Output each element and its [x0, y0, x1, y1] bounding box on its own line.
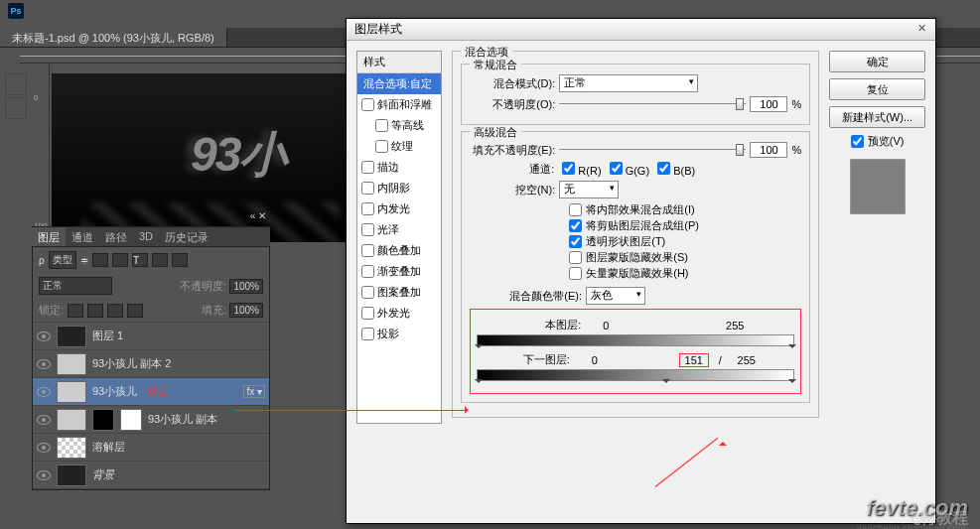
layer-row-selected[interactable]: 93小孩儿 双击 fx ▾ — [33, 378, 269, 406]
style-pattern-overlay[interactable]: 图案叠加 — [357, 282, 441, 303]
tab-channels[interactable]: 通道 — [66, 227, 99, 246]
white-stop[interactable] — [788, 379, 796, 387]
opacity-input[interactable] — [750, 96, 787, 112]
filter-smart-icon[interactable] — [172, 253, 188, 267]
panel-close-icon[interactable]: « ✕ — [250, 210, 266, 221]
preview-checkbox[interactable] — [851, 135, 864, 148]
style-checkbox[interactable] — [375, 140, 388, 153]
blend-mode-select[interactable]: 正常 — [559, 74, 698, 92]
filter-type-icon[interactable]: T — [132, 253, 148, 267]
style-gradient-overlay[interactable]: 渐变叠加 — [357, 261, 441, 282]
layer-thumbnail[interactable] — [57, 464, 86, 486]
close-icon[interactable]: ✕ — [913, 22, 929, 36]
style-color-overlay[interactable]: 颜色叠加 — [357, 240, 441, 261]
blending-options-row[interactable]: 混合选项:自定 — [357, 73, 441, 94]
visibility-icon[interactable] — [37, 470, 51, 480]
fx-indicator[interactable]: fx ▾ — [243, 385, 265, 398]
style-checkbox[interactable] — [361, 328, 374, 340]
channel-g-checkbox[interactable] — [610, 162, 623, 175]
visibility-icon[interactable] — [37, 359, 51, 369]
layer-name[interactable]: 背景 — [92, 467, 114, 482]
canvas[interactable]: 93小 — [52, 73, 350, 242]
layer-filter-select[interactable]: 类型 — [49, 251, 76, 269]
tab-history[interactable]: 历史记录 — [159, 227, 214, 246]
new-style-button[interactable]: 新建样式(W)... — [829, 106, 925, 128]
filter-pixel-icon[interactable] — [92, 253, 108, 267]
layer-name[interactable]: 93小孩儿 — [92, 384, 137, 399]
style-checkbox[interactable] — [361, 286, 374, 299]
black-stop[interactable] — [475, 379, 483, 387]
style-checkbox[interactable] — [375, 119, 388, 132]
knockout-select[interactable]: 无 — [559, 181, 619, 198]
style-inner-glow[interactable]: 内发光 — [357, 198, 441, 219]
visibility-icon[interactable] — [37, 415, 51, 425]
layer-row[interactable]: 93小孩儿 副本 2 — [33, 350, 269, 378]
filter-shape-icon[interactable] — [152, 253, 168, 267]
channel-b-checkbox[interactable] — [657, 162, 670, 175]
style-satin[interactable]: 光泽 — [357, 219, 441, 240]
layer-name[interactable]: 图层 1 — [92, 329, 123, 343]
layer-name[interactable]: 93小孩儿 副本 — [148, 412, 217, 427]
layer-row[interactable]: 图层 1 — [33, 323, 269, 350]
opacity-slider[interactable] — [559, 96, 746, 112]
tool-button[interactable] — [5, 97, 27, 119]
fill-value[interactable]: 100% — [229, 303, 263, 318]
blend-interior-checkbox[interactable] — [569, 203, 582, 216]
layer-thumbnail[interactable] — [57, 409, 86, 431]
blend-clipped-checkbox[interactable] — [569, 219, 582, 232]
fill-opacity-input[interactable] — [750, 142, 787, 158]
layer-thumbnail[interactable] — [57, 353, 86, 375]
style-checkbox[interactable] — [361, 244, 374, 257]
preview-checkbox-row[interactable]: 预览(V) — [829, 134, 925, 149]
tab-paths[interactable]: 路径 — [99, 227, 133, 246]
layer-row[interactable]: 背景 — [33, 462, 269, 489]
tab-3d[interactable]: 3D — [133, 227, 159, 246]
fill-opacity-slider[interactable] — [559, 142, 746, 158]
white-split-stop[interactable] — [662, 379, 670, 387]
layer-name[interactable]: 溶解层 — [92, 440, 125, 455]
style-checkbox[interactable] — [361, 265, 374, 278]
layer-name[interactable]: 93小孩儿 副本 2 — [92, 356, 171, 371]
vector-mask-hides-checkbox[interactable] — [569, 267, 582, 280]
style-contour[interactable]: 等高线 — [357, 115, 441, 136]
layer-mask-hides-checkbox[interactable] — [569, 251, 582, 264]
this-layer-gradient[interactable] — [477, 334, 794, 346]
layer-mask-thumbnail[interactable] — [120, 409, 142, 431]
styles-header[interactable]: 样式 — [357, 52, 441, 73]
visibility-icon[interactable] — [37, 331, 51, 341]
tool-palette[interactable] — [0, 64, 32, 121]
layer-thumbnail[interactable] — [57, 381, 86, 403]
layer-mask-thumbnail[interactable] — [92, 409, 114, 431]
ok-button[interactable]: 确定 — [829, 51, 925, 72]
style-drop-shadow[interactable]: 投影 — [357, 324, 441, 344]
style-checkbox[interactable] — [361, 98, 374, 111]
visibility-icon[interactable] — [37, 443, 51, 453]
style-checkbox[interactable] — [361, 202, 374, 215]
channel-r-checkbox[interactable] — [562, 162, 575, 175]
style-outer-glow[interactable]: 外发光 — [357, 303, 441, 324]
lock-all-icon[interactable] — [127, 304, 143, 318]
opacity-value[interactable]: 100% — [229, 279, 263, 294]
visibility-icon[interactable] — [37, 387, 51, 397]
tab-layers[interactable]: 图层 — [32, 227, 66, 246]
style-bevel[interactable]: 斜面和浮雕 — [357, 94, 441, 115]
layer-thumbnail[interactable] — [57, 437, 86, 459]
style-stroke[interactable]: 描边 — [357, 157, 441, 178]
lock-pixels-icon[interactable] — [87, 304, 103, 318]
underlying-layer-gradient[interactable] — [477, 369, 794, 381]
style-texture[interactable]: 纹理 — [357, 136, 441, 157]
white-stop[interactable] — [788, 344, 796, 352]
style-checkbox[interactable] — [361, 182, 374, 195]
style-checkbox[interactable] — [361, 161, 374, 174]
filter-adjust-icon[interactable] — [112, 253, 128, 267]
layer-row[interactable]: 溶解层 — [33, 434, 269, 462]
style-inner-shadow[interactable]: 内阴影 — [357, 178, 441, 198]
cancel-button[interactable]: 复位 — [829, 78, 925, 100]
transparency-shapes-checkbox[interactable] — [569, 235, 582, 248]
style-checkbox[interactable] — [361, 223, 374, 236]
layer-thumbnail[interactable] — [57, 326, 86, 347]
lock-position-icon[interactable] — [107, 304, 123, 318]
document-tab[interactable]: 未标题-1.psd @ 100% (93小孩儿, RGB/8) — [0, 28, 227, 47]
black-stop[interactable] — [475, 344, 483, 352]
tool-button[interactable] — [5, 73, 27, 95]
